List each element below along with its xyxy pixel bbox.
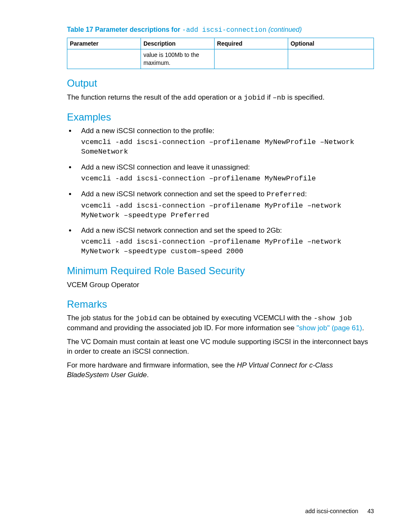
remarks-link-showjob[interactable]: "show job" (page 61) xyxy=(297,324,362,332)
remarks-p1-b: can be obtained by executing VCEMCLI wit… xyxy=(157,314,313,322)
th-required: Required xyxy=(214,38,288,49)
table-title: Table 17 Parameter descriptions for -add… xyxy=(67,25,374,35)
list-item: Add a new iSCSI network connection and s… xyxy=(76,226,374,257)
remarks-p1-a: The job status for the xyxy=(67,314,136,322)
example-code: vcemcli -add iscsi-connection –profilena… xyxy=(81,201,374,221)
example-desc: Add a new iSCSI connection and leave it … xyxy=(81,163,374,172)
table-header-row: Parameter Description Required Optional xyxy=(67,38,374,49)
output-text-b: operation or a xyxy=(196,93,243,101)
td-optional xyxy=(288,49,373,69)
heading-examples: Examples xyxy=(67,111,374,124)
remarks-p2: The VC Domain must contain at least one … xyxy=(67,337,374,357)
list-item: Add a new iSCSI network connection and s… xyxy=(76,190,374,221)
security-text: VCEM Group Operator xyxy=(67,280,374,290)
examples-list: Add a new iSCSI connection to the profil… xyxy=(67,126,374,257)
heading-output: Output xyxy=(67,77,374,90)
output-text-c: if xyxy=(265,93,273,101)
list-item: Add a new iSCSI connection to the profil… xyxy=(76,126,374,157)
example-desc: Add a new iSCSI network connection and s… xyxy=(81,226,374,236)
footer-page-number: 43 xyxy=(367,508,374,514)
example-code: vcemcli -add iscsi-connection –profilena… xyxy=(81,174,374,184)
remarks-p1-c: command and providing the associated job… xyxy=(67,324,297,332)
remarks-p1-code2: -show job xyxy=(314,314,352,322)
example-desc: Add a new iSCSI network connection and s… xyxy=(81,190,374,200)
example-desc-code: Preferred xyxy=(266,190,305,198)
table-title-suffix: (continued) xyxy=(266,26,302,33)
example-code: vcemcli -add iscsi-connection –profilena… xyxy=(81,237,374,257)
parameter-table: Parameter Description Required Optional … xyxy=(67,38,374,69)
remarks-p1-code1: jobid xyxy=(136,314,157,322)
td-description: value is 100Mb to the maximum. xyxy=(141,49,214,69)
page-footer: add iscsi-connection 43 xyxy=(305,507,374,515)
footer-label: add iscsi-connection xyxy=(305,508,358,514)
page: Table 17 Parameter descriptions for -add… xyxy=(0,0,399,532)
remarks-p1: The job status for the jobid can be obta… xyxy=(67,314,374,333)
output-code-add: add xyxy=(183,94,196,102)
th-parameter: Parameter xyxy=(67,38,141,49)
output-text-d: is specified. xyxy=(285,93,325,101)
heading-remarks: Remarks xyxy=(67,298,374,311)
td-required xyxy=(214,49,288,69)
th-description: Description xyxy=(141,38,214,49)
output-text-a: The function returns the result of the xyxy=(67,93,183,101)
list-item: Add a new iSCSI connection and leave it … xyxy=(76,163,374,184)
th-optional: Optional xyxy=(288,38,373,49)
output-paragraph: The function returns the result of the a… xyxy=(67,93,374,103)
remarks-p3-a: For more hardware and firmware informati… xyxy=(67,361,237,369)
output-code-jobid: jobid xyxy=(244,94,265,102)
table-title-code: -add iscsi-connection xyxy=(182,26,266,34)
remarks-p3: For more hardware and firmware informati… xyxy=(67,361,374,380)
example-desc: Add a new iSCSI connection to the profil… xyxy=(81,126,374,136)
remarks-p3-b: . xyxy=(147,371,149,379)
example-desc-pre: Add a new iSCSI network connection and s… xyxy=(81,190,266,198)
example-desc-post: : xyxy=(305,190,307,198)
example-code: vcemcli -add iscsi-connection –profilena… xyxy=(81,138,374,157)
output-code-nb: –nb xyxy=(273,94,286,102)
content-column: Table 17 Parameter descriptions for -add… xyxy=(67,25,374,380)
td-parameter xyxy=(67,49,141,69)
table-row: value is 100Mb to the maximum. xyxy=(67,49,374,69)
remarks-p1-d: . xyxy=(362,324,364,332)
heading-security: Minimum Required Role Based Security xyxy=(67,264,374,278)
table-title-prefix: Table 17 Parameter descriptions for xyxy=(67,26,182,33)
